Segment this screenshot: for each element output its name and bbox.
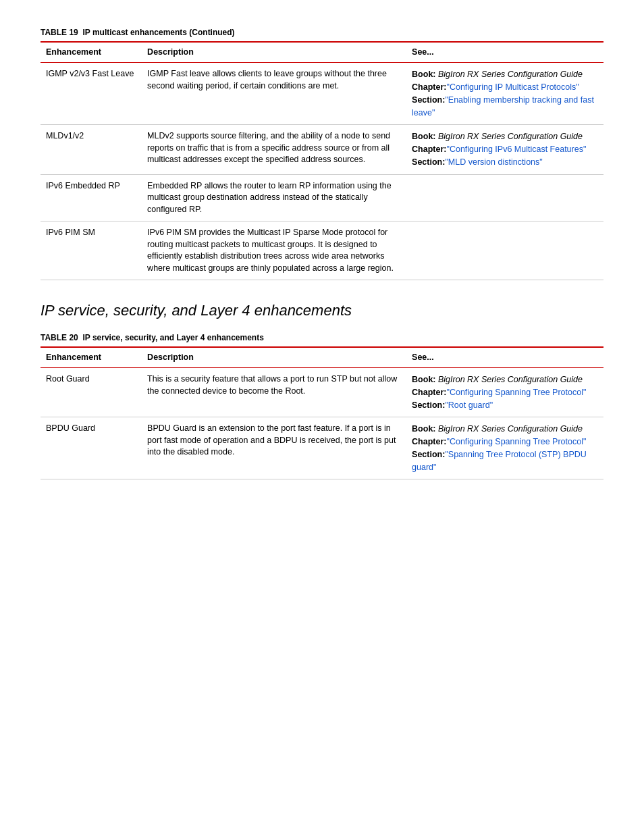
- description-cell: Embedded RP allows the router to learn R…: [142, 174, 406, 221]
- see-cell: [406, 221, 603, 280]
- table-row: Root Guard This is a security feature th…: [41, 368, 603, 417]
- see-cell: Book: BigIron RX Series Configuration Gu…: [406, 125, 603, 174]
- see-cell: Book: BigIron RX Series Configuration Gu…: [406, 417, 603, 479]
- table20-label: TABLE 20 IP service, security, and Layer…: [41, 332, 603, 344]
- table-row: BPDU Guard BPDU Guard is an extension to…: [41, 417, 603, 479]
- enhancement-cell: BPDU Guard: [41, 417, 142, 479]
- table19: Enhancement Description See... IGMP v2/v…: [41, 41, 603, 280]
- table-row: IGMP v2/v3 Fast Leave IGMP Fast leave al…: [41, 63, 603, 125]
- chapter-link[interactable]: "Configuring IPv6 Multicast Features": [446, 145, 586, 154]
- chapter-link[interactable]: "Configuring Spanning Tree Protocol": [446, 388, 586, 397]
- table20-header-see: See...: [406, 347, 603, 368]
- chapter-link[interactable]: "Configuring IP Multicast Protocols": [446, 82, 579, 92]
- enhancement-cell: IGMP v2/v3 Fast Leave: [41, 63, 142, 125]
- see-cell: Book: BigIron RX Series Configuration Gu…: [406, 368, 603, 417]
- table19-label: TABLE 19 IP multicast enhancements (Cont…: [41, 27, 603, 38]
- enhancement-cell: Root Guard: [41, 368, 142, 417]
- table20-header-enhancement: Enhancement: [41, 347, 142, 368]
- description-cell: This is a security feature that allows a…: [142, 368, 406, 417]
- enhancement-cell: MLDv1/v2: [41, 125, 142, 174]
- table-row: IPv6 Embedded RP Embedded RP allows the …: [41, 174, 603, 221]
- description-cell: BPDU Guard is an extension to the port f…: [142, 417, 406, 479]
- section-link[interactable]: "Root guard": [445, 400, 493, 410]
- chapter-link[interactable]: "Configuring Spanning Tree Protocol": [446, 437, 586, 446]
- table19-header-description: Description: [142, 42, 406, 63]
- table20: Enhancement Description See... Root Guar…: [41, 346, 603, 480]
- table19-header-enhancement: Enhancement: [41, 42, 142, 63]
- section-link[interactable]: "MLD version distinctions": [445, 157, 542, 167]
- table20-header-description: Description: [142, 347, 406, 368]
- see-cell: Book: BigIron RX Series Configuration Gu…: [406, 63, 603, 125]
- description-cell: IGMP Fast leave allows clients to leave …: [142, 63, 406, 125]
- table-row: MLDv1/v2 MLDv2 supports source filtering…: [41, 125, 603, 174]
- description-cell: IPv6 PIM SM provides the Multicast IP Sp…: [142, 221, 406, 280]
- section-heading: IP service, security, and Layer 4 enhanc…: [41, 301, 603, 321]
- see-cell: [406, 174, 603, 221]
- table19-header-see: See...: [406, 42, 603, 63]
- enhancement-cell: IPv6 PIM SM: [41, 221, 142, 280]
- enhancement-cell: IPv6 Embedded RP: [41, 174, 142, 221]
- table-row: IPv6 PIM SM IPv6 PIM SM provides the Mul…: [41, 221, 603, 280]
- description-cell: MLDv2 supports source filtering, and the…: [142, 125, 406, 174]
